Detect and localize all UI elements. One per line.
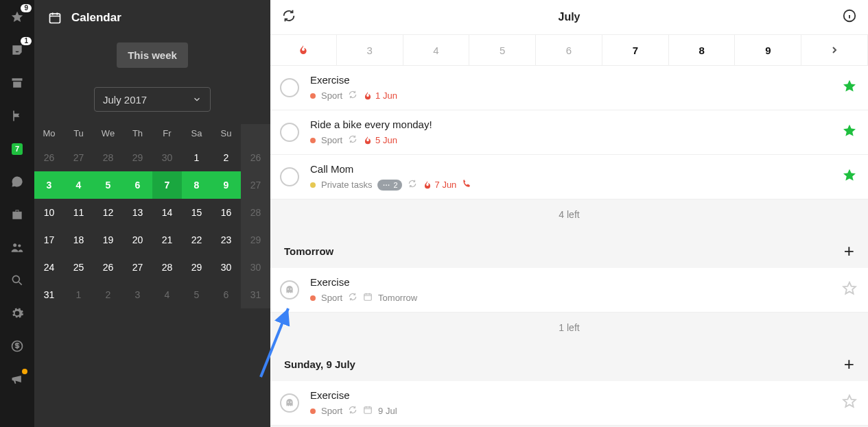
star-toggle[interactable] (842, 123, 857, 141)
calendar-day[interactable]: 6 (211, 281, 241, 308)
calendar-day[interactable]: 2 (93, 281, 123, 308)
calendar-day[interactable]: 23 (211, 226, 241, 254)
star-toggle[interactable] (842, 281, 857, 299)
calendar-day[interactable]: 26 (34, 144, 64, 171)
day-cell[interactable]: 4 (403, 35, 470, 65)
task-row[interactable]: ExerciseSport9 Jul (270, 381, 868, 426)
nav-calendar[interactable]: 7 (10, 141, 25, 156)
calendar-day[interactable]: 29 (241, 226, 270, 254)
day-cell[interactable]: 5 (469, 35, 536, 65)
calendar-day[interactable]: 19 (93, 226, 123, 254)
complete-toggle[interactable] (280, 78, 299, 97)
nav-settings[interactable] (10, 306, 25, 321)
calendar-day[interactable]: 9 (211, 171, 241, 199)
complete-toggle[interactable] (280, 393, 299, 413)
refresh-button[interactable] (281, 8, 296, 26)
gear-icon (10, 306, 24, 320)
info-button[interactable] (842, 8, 857, 26)
calendar-day[interactable]: 5 (93, 171, 123, 199)
calendar-day[interactable]: 31 (34, 281, 64, 308)
inbox-badge: 1 (21, 37, 32, 45)
calendar-day[interactable]: 27 (64, 144, 93, 171)
calendar-day[interactable]: 30 (211, 254, 241, 281)
category-label: Sport (321, 135, 342, 145)
complete-toggle[interactable] (280, 123, 299, 142)
calendar-day[interactable]: 26 (93, 254, 123, 281)
calendar-day[interactable]: 20 (123, 226, 152, 254)
day-cell[interactable]: 3 (337, 35, 403, 65)
this-week-button[interactable]: This week (117, 42, 188, 68)
nav-billing[interactable] (10, 339, 25, 354)
calendar-icon (48, 11, 62, 25)
category-dot-icon (310, 138, 316, 143)
nav-chat[interactable] (10, 174, 25, 189)
nav-team[interactable] (10, 240, 25, 255)
calendar-day[interactable]: 18 (64, 226, 93, 254)
calendar-day[interactable]: 30 (241, 254, 270, 281)
notification-dot-icon (22, 369, 27, 374)
calendar-day[interactable]: 28 (241, 199, 270, 226)
day-cell[interactable]: 9 (735, 35, 801, 65)
task-row[interactable]: Call MomPrivate tasks 2 7 Jun (270, 155, 868, 199)
next-week-button[interactable] (801, 35, 868, 65)
add-task-button[interactable]: + (844, 355, 854, 373)
calendar-day[interactable]: 28 (152, 254, 182, 281)
calendar-day[interactable]: 5 (182, 281, 211, 308)
repeat-icon (348, 292, 357, 304)
add-task-button[interactable]: + (844, 242, 854, 260)
complete-toggle[interactable] (280, 280, 299, 300)
nav-inbox[interactable]: 1 (10, 42, 25, 58)
calendar-day[interactable]: 25 (64, 254, 93, 281)
calendar-day[interactable]: 8 (182, 171, 211, 199)
nav-search[interactable] (10, 273, 25, 288)
svg-point-16 (290, 402, 292, 403)
calendar-day[interactable]: 21 (152, 226, 182, 254)
calendar-day[interactable]: 24 (34, 254, 64, 281)
day-cell[interactable]: 8 (669, 35, 736, 65)
nav-briefcase[interactable] (10, 207, 25, 222)
day-cell-selected[interactable]: 7 (602, 35, 669, 65)
calendar-day[interactable]: 27 (123, 254, 152, 281)
calendar-day[interactable]: 26 (241, 144, 270, 171)
calendar-day[interactable]: 3 (34, 171, 64, 199)
calendar-day[interactable]: 10 (34, 199, 64, 226)
calendar-day[interactable]: 31 (241, 281, 270, 308)
calendar-day[interactable]: 1 (64, 281, 93, 308)
calendar-day[interactable]: 29 (182, 254, 211, 281)
calendar-day[interactable]: 7 (152, 171, 182, 199)
month-select[interactable]: July 2017 (94, 87, 211, 112)
calendar-small-icon (363, 405, 373, 417)
calendar-day[interactable]: 2 (211, 144, 241, 171)
star-toggle[interactable] (842, 394, 857, 412)
nav-announce[interactable] (10, 371, 25, 387)
task-row[interactable]: ExerciseSport 1 Jun (270, 66, 868, 110)
calendar-day[interactable]: 13 (123, 199, 152, 226)
star-toggle[interactable] (842, 79, 857, 97)
calendar-day[interactable]: 6 (123, 171, 152, 199)
calendar-day[interactable]: 29 (123, 144, 152, 171)
overdue-date: 7 Jun (423, 180, 457, 190)
calendar-day[interactable]: 11 (64, 199, 93, 226)
task-row[interactable]: Ride a bike every monday!Sport 5 Jun (270, 110, 868, 155)
nav-flag[interactable] (10, 108, 25, 123)
calendar-day[interactable]: 4 (152, 281, 182, 308)
calendar-day[interactable]: 1 (182, 144, 211, 171)
task-row[interactable]: ExerciseSportTomorrow (270, 268, 868, 313)
calendar-day[interactable]: 28 (93, 144, 123, 171)
calendar-day[interactable]: 30 (152, 144, 182, 171)
calendar-day[interactable]: 16 (211, 199, 241, 226)
calendar-day[interactable]: 27 (241, 171, 270, 199)
nav-archive[interactable] (10, 75, 25, 90)
calendar-day[interactable]: 17 (34, 226, 64, 254)
star-toggle[interactable] (842, 168, 857, 186)
overdue-cell[interactable] (270, 35, 337, 65)
nav-starred[interactable]: 9 (10, 10, 25, 25)
calendar-day[interactable]: 22 (182, 226, 211, 254)
calendar-day[interactable]: 4 (64, 171, 93, 199)
complete-toggle[interactable] (280, 167, 299, 186)
calendar-day[interactable]: 12 (93, 199, 123, 226)
calendar-day[interactable]: 15 (182, 199, 211, 226)
day-cell[interactable]: 6 (536, 35, 602, 65)
calendar-day[interactable]: 14 (152, 199, 182, 226)
calendar-day[interactable]: 3 (123, 281, 152, 308)
